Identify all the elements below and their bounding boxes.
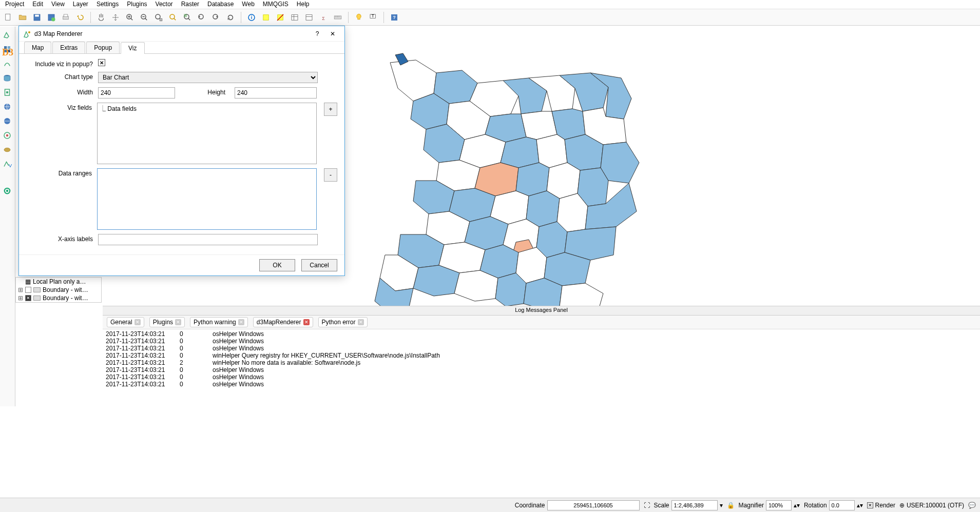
virtual-layer-icon[interactable]: V bbox=[1, 158, 13, 170]
identify-icon[interactable]: i bbox=[245, 11, 258, 24]
menu-mmqgis[interactable]: MMQGIS bbox=[259, 0, 293, 9]
wms-icon[interactable] bbox=[1, 101, 13, 113]
log-tab-d3maprenderer[interactable]: d3MapRenderer✕ bbox=[253, 317, 313, 327]
print-icon[interactable] bbox=[60, 11, 72, 24]
save-as-icon[interactable] bbox=[45, 11, 57, 24]
spinner-icon[interactable]: ▴▾ bbox=[857, 502, 863, 509]
magnifier-input[interactable] bbox=[766, 500, 792, 510]
select-icon[interactable] bbox=[260, 11, 272, 24]
delimited-text-icon[interactable] bbox=[1, 57, 13, 70]
messages-icon[interactable]: 💬 bbox=[968, 502, 976, 509]
tab-map[interactable]: Map bbox=[24, 42, 51, 53]
help-icon[interactable]: ? bbox=[388, 11, 400, 24]
field-calc-icon[interactable] bbox=[303, 11, 315, 24]
zoom-layer-icon[interactable] bbox=[181, 11, 194, 24]
layer-row[interactable]: ⊞ ✕ Boundary - wit… bbox=[16, 294, 101, 302]
refresh-icon[interactable] bbox=[224, 11, 237, 24]
close-icon[interactable]: ✕ bbox=[303, 319, 310, 325]
close-icon[interactable]: ✕ bbox=[134, 319, 141, 325]
zoom-selection-icon[interactable] bbox=[167, 11, 179, 24]
layer-checkbox[interactable]: ✕ bbox=[25, 295, 31, 301]
sigma-icon[interactable]: Σ bbox=[317, 11, 330, 24]
menu-vector[interactable]: Vector bbox=[151, 0, 177, 9]
log-line: 2017-11-23T14:03:210osHelper Windows bbox=[106, 330, 977, 338]
rotation-input[interactable] bbox=[829, 500, 855, 510]
height-input[interactable] bbox=[235, 87, 317, 99]
table-icon[interactable] bbox=[289, 11, 301, 24]
tab-extras[interactable]: Extras bbox=[52, 42, 85, 53]
help-button[interactable]: ? bbox=[310, 30, 325, 37]
layer-row[interactable]: ⊞ Boundary - wit… bbox=[16, 286, 101, 294]
tips-icon[interactable] bbox=[353, 11, 365, 24]
cancel-button[interactable]: Cancel bbox=[301, 259, 337, 271]
expand-icon[interactable]: ⊞ bbox=[18, 286, 23, 293]
close-icon[interactable]: ✕ bbox=[358, 319, 364, 325]
include-viz-checkbox[interactable]: ✕ bbox=[98, 59, 105, 66]
menu-plugins[interactable]: Plugins bbox=[123, 0, 151, 9]
spinner-icon[interactable]: ▴▾ bbox=[794, 502, 800, 509]
ok-button[interactable]: OK bbox=[259, 259, 295, 271]
save-icon[interactable] bbox=[31, 11, 43, 24]
zoom-last-icon[interactable] bbox=[196, 11, 208, 24]
processing-icon[interactable] bbox=[1, 185, 13, 197]
xaxis-labels-input[interactable] bbox=[98, 234, 318, 245]
close-icon[interactable]: ✕ bbox=[175, 319, 181, 325]
menu-layer[interactable]: Layer bbox=[69, 0, 92, 9]
layer-checkbox[interactable] bbox=[25, 287, 31, 293]
remove-field-button[interactable]: - bbox=[324, 168, 337, 182]
wfs-icon[interactable] bbox=[1, 129, 13, 142]
annotation-icon[interactable]: T bbox=[367, 11, 379, 24]
spatialite-icon[interactable] bbox=[1, 86, 13, 99]
width-input[interactable] bbox=[98, 87, 175, 99]
menu-edit[interactable]: Edit bbox=[28, 0, 47, 9]
measure-icon[interactable] bbox=[332, 11, 344, 24]
render-checkbox[interactable]: ✕ bbox=[867, 502, 873, 508]
add-field-button[interactable]: + bbox=[324, 103, 337, 116]
wcs-icon[interactable] bbox=[1, 115, 13, 127]
menu-help[interactable]: Help bbox=[293, 0, 314, 9]
pan-selection-icon[interactable] bbox=[109, 11, 122, 24]
deselect-icon[interactable] bbox=[274, 11, 286, 24]
scale-input[interactable] bbox=[671, 500, 718, 510]
zoom-out-icon[interactable] bbox=[138, 11, 150, 24]
vector-layer-icon[interactable] bbox=[1, 29, 13, 41]
menu-project[interactable]: Project bbox=[1, 0, 28, 9]
log-tab-python-error[interactable]: Python error✕ bbox=[318, 317, 368, 327]
crs-icon[interactable]: ⊕ bbox=[899, 502, 905, 509]
viz-fields-list[interactable]: ⎿ Data fields bbox=[97, 103, 317, 164]
log-tab-python-warning[interactable]: Python warning✕ bbox=[190, 317, 248, 327]
tab-viz[interactable]: Viz bbox=[121, 42, 144, 54]
postgis-icon[interactable] bbox=[1, 72, 13, 84]
open-folder-icon[interactable] bbox=[16, 11, 29, 24]
expand-icon[interactable]: ⊞ bbox=[18, 294, 23, 302]
undo-icon[interactable] bbox=[74, 11, 86, 24]
coord-input[interactable] bbox=[547, 500, 640, 510]
chart-type-select[interactable]: Bar Chart bbox=[98, 72, 318, 83]
new-file-icon[interactable] bbox=[2, 11, 14, 24]
log-tab-general[interactable]: General✕ bbox=[107, 317, 144, 327]
crs-text[interactable]: USER:100001 (OTF) bbox=[907, 502, 964, 509]
data-ranges-list[interactable] bbox=[97, 168, 317, 230]
close-icon[interactable]: ✕ bbox=[238, 319, 244, 325]
zoom-in-icon[interactable] bbox=[124, 11, 136, 24]
menu-web[interactable]: Web bbox=[238, 0, 258, 9]
log-tab-plugins[interactable]: Plugins✕ bbox=[149, 317, 185, 327]
zoom-next-icon[interactable] bbox=[210, 11, 222, 24]
lock-icon[interactable]: 🔒 bbox=[727, 502, 735, 509]
dialog-titlebar[interactable]: d3 Map Renderer ? ✕ bbox=[19, 26, 344, 42]
tab-popup[interactable]: Popup bbox=[86, 42, 120, 53]
pan-icon[interactable] bbox=[95, 11, 107, 24]
zoom-full-icon[interactable] bbox=[152, 11, 165, 24]
oracle-icon[interactable] bbox=[1, 144, 13, 156]
dropdown-icon[interactable]: ▾ bbox=[720, 502, 723, 509]
log-line: 2017-11-23T14:03:210osHelper Windows bbox=[106, 366, 977, 373]
extents-icon[interactable]: ⛶ bbox=[644, 502, 650, 509]
layer-row[interactable]: ▦ Local Plan only a… bbox=[16, 278, 101, 286]
menu-database[interactable]: Database bbox=[203, 0, 238, 9]
close-button[interactable]: ✕ bbox=[325, 30, 340, 37]
menu-settings[interactable]: Settings bbox=[92, 0, 123, 9]
main-toolbar: i Σ T ? bbox=[0, 9, 980, 26]
menu-raster[interactable]: Raster bbox=[177, 0, 203, 9]
log-body[interactable]: 2017-11-23T14:03:210osHelper Windows2017… bbox=[103, 329, 980, 389]
menu-view[interactable]: View bbox=[47, 0, 69, 9]
